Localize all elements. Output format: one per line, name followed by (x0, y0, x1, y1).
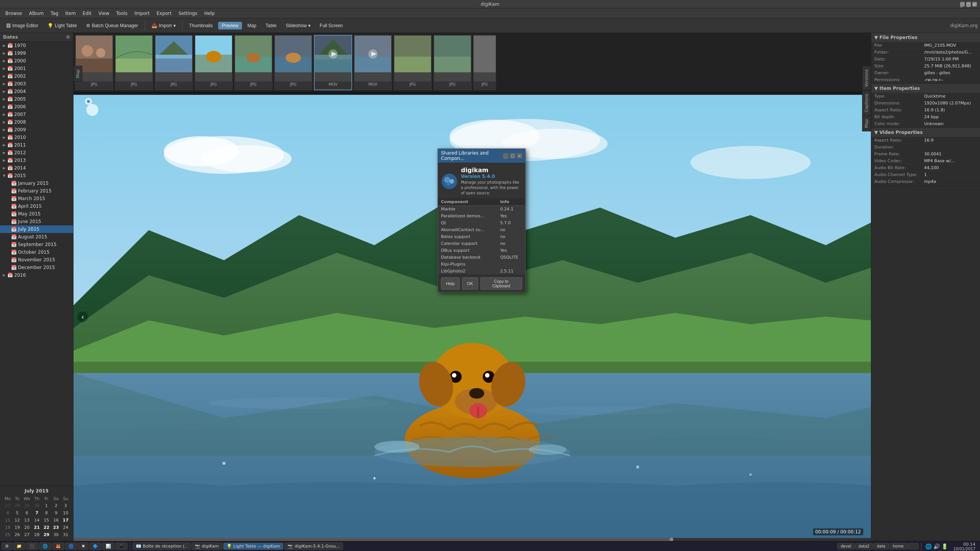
component-row[interactable]: AkonadiContact su...no (438, 227, 525, 233)
menu-view[interactable]: View (95, 10, 112, 17)
menu-settings[interactable]: Settings (175, 10, 200, 17)
minimize-btn[interactable]: _ (960, 2, 965, 7)
thumbnail-9[interactable]: JPG (394, 35, 432, 90)
taskbar-window-group[interactable]: 📷 digiKam-5.4.1-Grou... (284, 543, 343, 550)
toggle-2012[interactable] (2, 150, 7, 155)
toggle-2013[interactable] (2, 158, 7, 163)
month-sep-2015[interactable]: 📆 September 2015 (0, 241, 73, 248)
toggle-2001[interactable] (2, 66, 7, 71)
toggle-2010[interactable] (2, 135, 7, 140)
tree-container[interactable]: 📅 1970 📅 1999 📅 2000 📅 2001 📅 2 (0, 42, 73, 486)
taskbar-window-email[interactable]: 📧 Boîte de réception (.. (132, 543, 191, 550)
cal-day[interactable]: 27 (22, 531, 32, 538)
thumbnail-4[interactable]: JPG (194, 35, 233, 90)
workspace-devel[interactable]: devel (837, 543, 854, 549)
component-table-container[interactable]: Component Info Marble0.24.1Parallelized … (438, 198, 525, 275)
menu-item[interactable]: Item (62, 10, 79, 17)
toggle-2014[interactable] (2, 165, 7, 171)
cal-day[interactable]: 19 (13, 524, 21, 531)
cal-day[interactable]: 28 (13, 502, 21, 509)
component-row[interactable]: Marble0.24.1 (438, 206, 525, 213)
year-2015[interactable]: 📅 2015 (0, 172, 73, 179)
cal-day[interactable]: 17 (61, 517, 70, 523)
menu-tag[interactable]: Tag (47, 10, 61, 17)
cal-day[interactable]: 24 (61, 524, 70, 531)
video-properties-header[interactable]: ▼ Video Properties (871, 128, 980, 137)
cal-day[interactable]: 12 (13, 517, 21, 523)
cal-day[interactable]: 9 (52, 510, 60, 516)
taskbar-terminal-btn[interactable]: ⬛ (26, 543, 38, 550)
cal-day[interactable]: 2 (52, 502, 60, 509)
toggle-2005[interactable] (2, 96, 7, 102)
cal-day[interactable]: 31 (61, 531, 70, 538)
map-btn[interactable]: Map (243, 22, 260, 29)
cal-day[interactable]: 26 (13, 531, 21, 538)
light-table-btn[interactable]: 💡 Light Table (44, 22, 81, 29)
right-tab-map[interactable]: Map (862, 116, 871, 131)
year-2009[interactable]: 📅 2009 (0, 126, 73, 134)
taskbar-clock[interactable]: 00:14 10/01/2017 (950, 542, 978, 551)
taskbar-window-lighttable[interactable]: 💡 Light Table — digiKam (223, 543, 284, 550)
month-apr-2015[interactable]: 📆 April 2015 (0, 202, 73, 210)
month-may-2015[interactable]: 📆 May 2015 (0, 210, 73, 218)
nav-indicator[interactable] (85, 98, 92, 105)
cal-day[interactable]: 29 (22, 502, 32, 509)
component-row[interactable]: Database backendQSQLITE (438, 254, 525, 261)
thumbnails-btn[interactable]: Thumbnails (185, 22, 217, 29)
year-2010[interactable]: 📅 2010 (0, 134, 73, 141)
month-nov-2015[interactable]: 📆 November 2015 (0, 256, 73, 264)
batch-queue-btn[interactable]: ⚙ Batch Queue Manager (82, 22, 142, 29)
dialog-minimize-btn[interactable]: _ (503, 153, 508, 158)
thumbnail-6[interactable]: JPG (274, 35, 312, 90)
help-button[interactable]: Help (441, 277, 460, 290)
toggle-2003[interactable] (2, 81, 7, 86)
year-2001[interactable]: 📅 2001 (0, 65, 73, 72)
menu-export[interactable]: Export (154, 10, 175, 17)
thumbnail-2[interactable]: JPG (115, 35, 153, 90)
toggle-2016[interactable] (2, 272, 7, 278)
toggle-1999[interactable] (2, 51, 7, 56)
month-jan-2015[interactable]: 📆 January 2015 (0, 179, 73, 187)
toggle-2009[interactable] (2, 127, 7, 132)
workspace-home[interactable]: home (889, 543, 907, 549)
right-tab-versions[interactable]: Versions (862, 66, 871, 90)
cal-day[interactable]: 11 (3, 517, 12, 523)
year-2004[interactable]: 📅 2004 (0, 88, 73, 95)
progress-bar-container[interactable] (74, 538, 871, 541)
toggle-2015[interactable] (2, 173, 7, 178)
item-properties-header[interactable]: ▼ Item Properties (871, 84, 980, 93)
component-row[interactable]: DBus supportYes (438, 247, 525, 254)
component-row[interactable]: Kipi-Plugins (438, 261, 525, 268)
year-2006[interactable]: 📅 2006 (0, 103, 73, 111)
progress-handle[interactable] (670, 538, 673, 541)
cal-day[interactable]: 25 (3, 531, 12, 538)
cal-day[interactable]: 8 (42, 510, 51, 516)
month-feb-2015[interactable]: 📆 February 2015 (0, 187, 73, 195)
taskbar-app1-btn[interactable]: ✖ (78, 543, 88, 550)
cal-day[interactable]: 13 (22, 517, 32, 523)
close-btn[interactable]: × (972, 2, 977, 7)
year-2000[interactable]: 📅 2000 (0, 57, 73, 65)
cal-day[interactable]: 28 (33, 531, 41, 538)
dates-settings-icon[interactable]: ⚙ (66, 34, 70, 40)
cal-day[interactable]: 30 (33, 502, 41, 509)
component-row[interactable]: Baloo supportno (438, 233, 525, 240)
year-2011[interactable]: 📅 2011 (0, 141, 73, 149)
toggle-2006[interactable] (2, 104, 7, 109)
slideshow-btn[interactable]: Slideshow ▾ (282, 22, 314, 29)
component-row[interactable]: LibGphoto22.5.11 (438, 268, 525, 275)
month-mar-2015[interactable]: 📆 March 2015 (0, 195, 73, 202)
thumbnail-10[interactable]: JPG (433, 35, 472, 90)
menu-browse[interactable]: Browse (2, 10, 25, 17)
taskbar-start-btn[interactable]: ⚙ (2, 543, 12, 550)
dialog-close-btn[interactable]: × (517, 153, 522, 158)
cal-day[interactable]: 22 (42, 524, 51, 531)
toggle-2007[interactable] (2, 112, 7, 117)
calendar-body[interactable]: 2728293012345678910111213141516171819202… (3, 502, 70, 538)
year-2008[interactable]: 📅 2008 (0, 118, 73, 126)
ok-button[interactable]: OK (462, 277, 478, 290)
thumbnail-1[interactable]: JPG (75, 35, 113, 90)
maximize-btn[interactable]: □ (966, 2, 971, 7)
preview-btn[interactable]: Preview (218, 22, 242, 29)
cal-day[interactable]: 3 (61, 502, 70, 509)
